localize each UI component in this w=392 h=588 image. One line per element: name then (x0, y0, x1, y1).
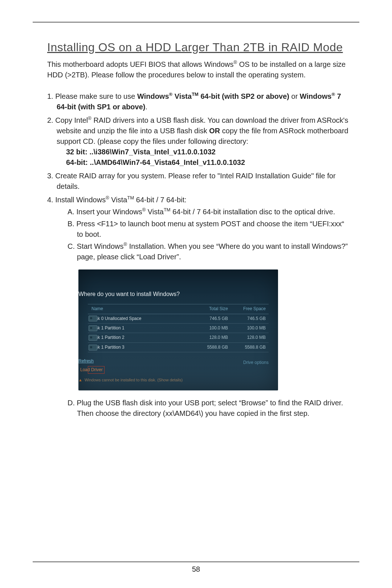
fig-table-head: Name Total Size Free Space (88, 304, 269, 314)
back-arrow-icon: ← (78, 273, 79, 281)
page-footer: 58 (33, 561, 359, 573)
step-2: 2. Copy Intel® RAID drivers into a USB f… (47, 115, 349, 168)
step-num: 4. (47, 196, 53, 204)
hdd-icon (89, 335, 97, 341)
tm-mark: TM (192, 92, 199, 97)
t: Windows (300, 92, 332, 100)
t: 64-bit / 7 64-bit installation disc to t… (171, 208, 335, 216)
page-title: Installing OS on a HDD Larger Than 2TB i… (47, 41, 349, 54)
table-row[interactable]: Disk 1 Partition 2128.0 MB128.0 MB (88, 333, 269, 342)
reg-mark: ® (106, 195, 109, 200)
substeps-2: D. Plug the USB flash disk into your USB… (57, 398, 349, 419)
disk-total: 5588.8 GB (194, 344, 230, 350)
t: Plug the USB flash disk into your USB po… (77, 399, 343, 417)
substep-a: A. Insert your Windows® VistaTM 64-bit /… (68, 207, 349, 217)
t: Vista (172, 92, 192, 100)
warning-text: Windows cannot be installed to this disk… (85, 378, 183, 382)
reg-mark: ® (142, 207, 146, 212)
t: Vista (109, 196, 127, 204)
tm-mark: TM (164, 207, 171, 212)
col-name: Name (101, 306, 192, 312)
reg-mark: ® (124, 242, 127, 247)
disk-free: 746.5 GB (232, 316, 268, 322)
t: Insert your Windows (76, 208, 142, 216)
t: Please make sure to use (55, 92, 137, 100)
col-total: Total Size (194, 306, 230, 312)
disk-free: 128.0 MB (232, 334, 268, 341)
steps-list: 1. Please make sure to use Windows® Vist… (47, 91, 349, 419)
hdd-icon (89, 345, 97, 350)
sub-num: D. (68, 399, 75, 407)
reg-mark: ® (331, 92, 335, 97)
t: OR (209, 127, 220, 135)
substep-d: D. Plug the USB flash disk into your USB… (68, 398, 349, 419)
disk-total: 746.5 GB (194, 316, 230, 322)
path-32bit: 32 bit: ..\i386\Win7_Vista_Intel_v11.0.0… (66, 148, 216, 156)
table-row[interactable]: Disk 1 Partition 1100.0 MB100.0 MB (88, 324, 269, 333)
t: or (289, 92, 300, 100)
bottom-rule (33, 561, 359, 562)
disk-free: 5588.8 GB (232, 344, 268, 350)
intro-a: This motherboard adopts UEFI BIOS that a… (47, 60, 234, 68)
tm-mark: TM (127, 195, 134, 200)
disk-free: 100.0 MB (232, 325, 268, 331)
fig-links: Refresh Load Driver Drive options (78, 355, 278, 375)
disk-name: Disk 0 Unallocated Space (101, 316, 192, 322)
step-1: 1. Please make sure to use Windows® Vist… (47, 91, 349, 112)
step-num: 1. (47, 92, 53, 100)
col-free: Free Space (232, 306, 268, 312)
path-64bit: 64-bit: ..\AMD64\Win7-64_Vista64_Intel_v… (66, 158, 245, 166)
table-row[interactable]: Disk 0 Unallocated Space746.5 GB746.5 GB (88, 314, 269, 324)
hdd-icon (89, 316, 97, 321)
t: Copy Intel (55, 116, 88, 124)
t: 64-bit / 7 64-bit: (134, 196, 187, 204)
fig-title: Where do you want to install Windows? (78, 284, 278, 304)
t: Press <F11> to launch boot menu at syste… (76, 220, 344, 238)
refresh-link[interactable]: Refresh (88, 358, 105, 364)
hdd-icon (89, 325, 97, 331)
substep-c: C. Start Windows® Installation. When you… (68, 241, 349, 262)
warning-icon: ▲ (78, 378, 82, 382)
sub-num: A. (68, 208, 74, 216)
disk-name: Disk 1 Partition 1 (101, 325, 192, 331)
step-3: 3. Create RAID array for you system. Ple… (47, 171, 349, 192)
fig-header: ← (78, 269, 278, 284)
table-row[interactable]: Disk 1 Partition 35588.8 GB5588.8 GB (88, 343, 269, 352)
disk-total: 100.0 MB (194, 325, 230, 331)
step-num: 2. (47, 116, 53, 124)
t: Windows (137, 92, 169, 100)
t: Start Windows (77, 242, 124, 250)
page-content: Installing OS on a HDD Larger Than 2TB i… (33, 23, 359, 419)
reg-mark: ® (169, 92, 173, 97)
t: . (145, 103, 147, 111)
page-number: 58 (33, 565, 359, 573)
reg-mark: ® (88, 115, 91, 121)
disk-total: 128.0 MB (194, 334, 230, 341)
t: 64-bit (with SP2 or above) (199, 92, 289, 100)
substep-b: B. Press <F11> to launch boot menu at sy… (68, 219, 349, 240)
t: Vista (146, 208, 164, 216)
fig-warning: ▲Windows cannot be installed to this dis… (78, 375, 278, 390)
reg-mark: ® (234, 60, 237, 65)
step-4: 4. Install Windows® VistaTM 64-bit / 7 6… (47, 195, 349, 419)
drive-options-link[interactable]: Drive options (253, 360, 269, 366)
intro-paragraph: This motherboard adopts UEFI BIOS that a… (47, 59, 349, 80)
install-screenshot: ← Where do you want to install Windows? … (78, 269, 278, 390)
fig-table: Name Total Size Free Space Disk 0 Unallo… (88, 304, 269, 352)
substeps: A. Insert your Windows® VistaTM 64-bit /… (57, 207, 349, 262)
sub-num: B. (68, 220, 74, 228)
disk-name: Disk 1 Partition 2 (101, 334, 192, 341)
disk-name: Disk 1 Partition 3 (101, 344, 192, 350)
step-num: 3. (47, 172, 53, 180)
t: Create RAID array for you system. Please… (55, 172, 335, 190)
load-driver-link[interactable]: Load Driver (88, 366, 105, 374)
t: Install Windows (55, 196, 106, 204)
sub-num: C. (68, 242, 75, 250)
